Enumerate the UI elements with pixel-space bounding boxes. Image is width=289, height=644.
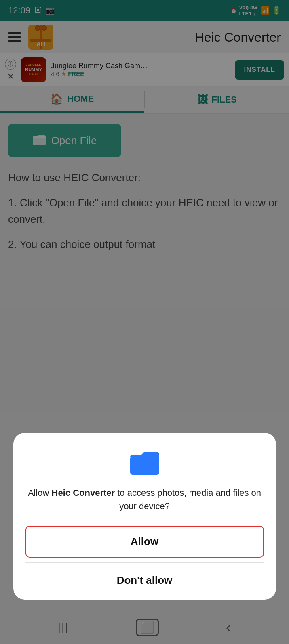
permission-app-name: Heic Converter	[52, 488, 115, 498]
permission-suffix: to access photos, media and files on you…	[115, 488, 261, 511]
permission-message: Allow Heic Converter to access photos, m…	[25, 486, 264, 513]
dialog-divider	[25, 562, 264, 563]
permission-dialog: Allow Heic Converter to access photos, m…	[13, 433, 276, 600]
deny-button[interactable]: Don't allow	[25, 565, 264, 596]
permission-dialog-overlay: Allow Heic Converter to access photos, m…	[0, 0, 289, 644]
svg-rect-1	[130, 456, 159, 475]
allow-button[interactable]: Allow	[25, 526, 264, 558]
permission-prefix: Allow	[28, 488, 52, 498]
permission-folder-icon	[129, 449, 161, 477]
